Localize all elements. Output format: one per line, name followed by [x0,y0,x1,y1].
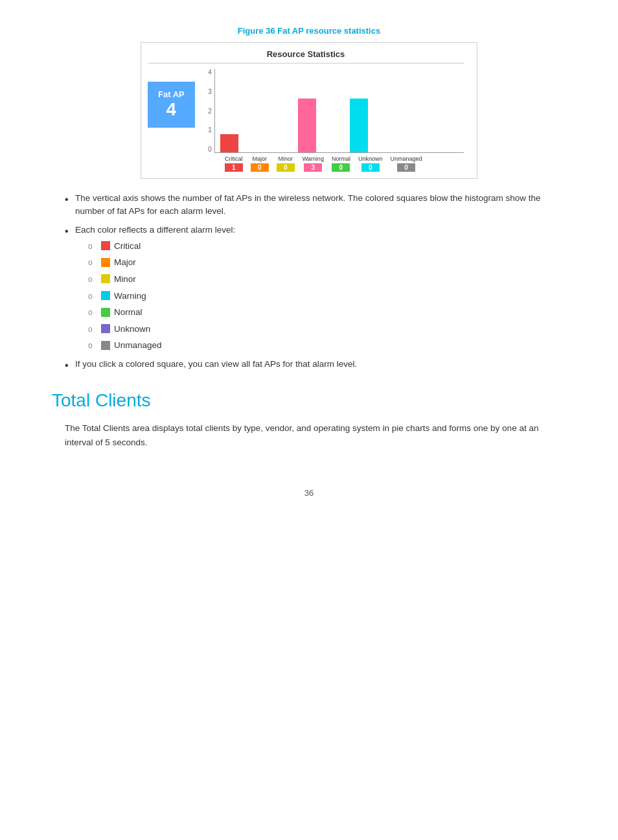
alarm-level-warning: Warning [88,289,566,303]
label-text-warning: Warning [303,156,324,162]
chart-container: Resource Statistics Fat AP 4 4 3 2 1 0 [141,42,477,179]
fat-ap-count: 4 [158,99,185,120]
bullet-item-1: The vertical axis shows the number of fa… [65,192,566,218]
alarm-level-unmanaged: Unmanaged [88,338,566,353]
alarm-label-unmanaged: Unmanaged [114,340,162,350]
color-dot-unknown [101,324,110,333]
alarm-label-normal: Normal [114,307,143,317]
bar-col-unmanaged[interactable] [376,69,394,152]
color-dot-normal [101,308,110,317]
bars-group [214,69,464,153]
y-axis-and-bars: 4 3 2 1 0 [201,69,464,153]
bar-col-major[interactable] [246,69,264,152]
alarm-level-major: Major [88,255,566,270]
alarm-level-unknown: Unknown [88,322,566,336]
count-badge-unknown[interactable]: 0 [361,163,380,172]
labels-row: Critical1Major0Minor0Warning3Normal0Unkn… [220,156,464,172]
content-section: The vertical axis shows the number of fa… [52,192,566,371]
alarm-level-normal: Normal [88,305,566,320]
bullet-list: The vertical axis shows the number of fa… [52,192,566,371]
alarm-label-major: Major [114,257,136,267]
fat-ap-box[interactable]: Fat AP 4 [148,82,195,128]
color-dot-unmanaged [101,341,110,350]
section-heading: Total Clients [52,390,566,411]
label-text-unmanaged: Unmanaged [390,156,422,162]
count-badge-major[interactable]: 0 [251,163,269,172]
label-box-normal: Normal0 [332,156,350,172]
label-text-critical: Critical [225,156,243,162]
bullet-item-3: If you click a colored square, you can v… [65,358,566,371]
chart-title: Resource Statistics [148,49,464,64]
color-dot-critical [101,241,110,250]
label-box-minor: Minor0 [277,156,295,172]
label-box-major: Major0 [251,156,269,172]
label-text-normal: Normal [332,156,350,162]
y-axis: 4 3 2 1 0 [201,69,214,153]
label-text-unknown: Unknown [358,156,383,162]
figure-caption: Figure 36 Fat AP resource statistics [52,26,566,36]
color-dot-major [101,258,110,267]
alarm-label-minor: Minor [114,274,136,284]
bar-critical [220,134,238,152]
histogram-area: 4 3 2 1 0 Critical1Major0Minor0Warning3N… [201,69,464,172]
alarm-level-critical: Critical [88,239,566,253]
count-badge-normal[interactable]: 0 [332,163,350,172]
bar-warning [298,99,316,152]
alarm-label-unknown: Unknown [114,324,150,334]
alarm-label-warning: Warning [114,291,146,301]
alarm-label-critical: Critical [114,241,141,251]
bar-col-minor[interactable] [272,69,290,152]
page-number: 36 [52,488,566,498]
count-badge-minor[interactable]: 0 [277,163,295,172]
chart-body: Fat AP 4 4 3 2 1 0 Critical1Major0Minor0… [148,69,464,172]
count-badge-unmanaged[interactable]: 0 [397,163,415,172]
label-text-minor: Minor [278,156,293,162]
label-box-unknown: Unknown0 [358,156,383,172]
label-box-unmanaged: Unmanaged0 [390,156,422,172]
bar-col-unknown[interactable] [350,69,368,152]
bar-col-normal[interactable] [324,69,342,152]
alarm-level-minor: Minor [88,272,566,286]
count-badge-warning[interactable]: 3 [304,163,322,172]
section-body: The Total Clients area displays total cl… [52,421,566,449]
count-badge-critical[interactable]: 1 [225,163,243,172]
bar-col-warning[interactable] [298,69,316,152]
label-text-major: Major [252,156,267,162]
alarm-level-list: CriticalMajorMinorWarningNormalUnknownUn… [75,239,566,353]
bar-unknown [350,99,368,152]
label-box-warning: Warning3 [303,156,324,172]
color-dot-warning [101,291,110,300]
fat-ap-label: Fat AP [158,89,185,99]
bullet-item-2: Each color reflects a different alarm le… [65,224,566,353]
label-box-critical: Critical1 [225,156,243,172]
color-dot-minor [101,274,110,283]
bar-col-critical[interactable] [220,69,238,152]
